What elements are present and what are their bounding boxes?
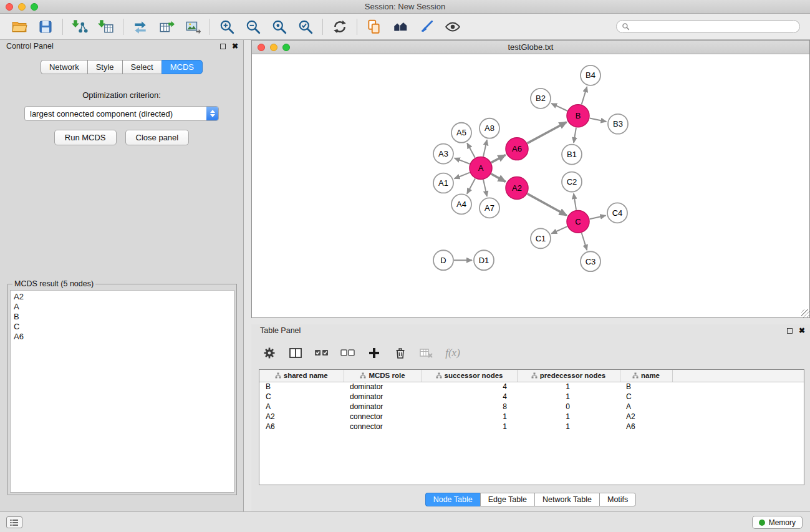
node-C4[interactable]: C4 [607,203,627,223]
select-all-icon[interactable] [314,345,330,361]
table-row[interactable]: Bdominator41B [259,382,672,392]
network-graph[interactable]: B4B2BB3A5A8A6A3B1AC2A1A2A4A7C4CC1DD1C3 [252,55,809,317]
node-A8[interactable]: A8 [480,118,499,138]
network-canvas[interactable]: B4B2BB3A5A8A6A3B1AC2A1A2A4A7C4CC1DD1C3 [252,55,809,317]
edge-A-A4[interactable] [467,178,475,193]
node-C3[interactable]: C3 [581,251,600,271]
edge-C-C4[interactable] [590,216,606,220]
home-icon[interactable] [387,17,413,37]
delete-column-icon[interactable] [392,345,408,361]
network-zoom-button[interactable] [282,44,290,51]
node-A7[interactable]: A7 [480,198,499,218]
edge-B-B4[interactable] [582,87,587,105]
export-table-icon[interactable] [153,17,180,37]
result-item[interactable]: C [14,322,231,332]
table-row[interactable]: Adominator80A [259,402,672,412]
node-D1[interactable]: D1 [474,250,494,270]
criterion-select[interactable]: largest connected component (directed) [24,106,219,121]
column-header-successor-nodes[interactable]: successor nodes [422,370,517,382]
edge-C-C1[interactable] [551,226,567,233]
node-A2[interactable]: A2 [506,177,528,200]
result-item[interactable]: A2 [14,292,231,302]
edge-A-A5[interactable] [467,143,475,158]
edge-A-A7[interactable] [483,180,487,196]
panels-menu-button[interactable] [6,516,22,528]
edge-B-B1[interactable] [574,127,576,142]
tab-network-table[interactable]: Network Table [534,493,599,506]
tab-node-table[interactable]: Node Table [425,493,480,506]
node-A[interactable]: A [470,157,492,180]
network-close-button[interactable] [258,44,265,51]
run-mcds-button[interactable]: Run MCDS [54,130,117,145]
edge-B-B2[interactable] [551,104,567,111]
zoom-selected-icon[interactable] [292,17,319,37]
node-A6[interactable]: A6 [506,138,528,160]
resize-grip[interactable] [801,309,809,317]
node-C2[interactable]: C2 [562,172,582,192]
node-D[interactable]: D [433,250,453,270]
column-header-shared-name[interactable]: shared name [259,370,344,382]
edge-A-A1[interactable] [455,173,470,179]
node-B1[interactable]: B1 [562,145,582,165]
edge-A2-C[interactable] [528,194,567,216]
close-panel-icon[interactable]: ✖ [232,43,238,49]
node-B3[interactable]: B3 [608,114,628,134]
result-item[interactable]: A6 [14,332,231,342]
delete-table-icon[interactable] [418,345,435,361]
open-file-icon[interactable] [6,17,32,37]
tab-edge-table[interactable]: Edge Table [480,493,534,506]
table-row[interactable]: A2connector11A2 [259,412,672,422]
float-table-panel-icon[interactable] [787,328,793,334]
import-table-icon[interactable] [93,17,119,37]
import-network-icon[interactable] [67,17,93,37]
column-header-predecessor-nodes[interactable]: predecessor nodes [517,370,620,382]
float-panel-icon[interactable] [220,44,226,49]
edge-A-A6[interactable] [491,155,506,163]
node-A1[interactable]: A1 [433,173,453,193]
node-A5[interactable]: A5 [451,123,471,143]
columns-icon[interactable] [287,345,304,361]
node-A3[interactable]: A3 [433,144,453,164]
eye-icon[interactable] [440,17,466,37]
search-input[interactable] [630,22,794,32]
add-column-icon[interactable] [366,345,382,361]
network-minimize-button[interactable] [270,44,277,51]
function-builder-icon[interactable]: f(x) [445,345,461,361]
close-window-button[interactable] [6,3,13,11]
close-table-panel-icon[interactable]: ✖ [799,327,805,334]
node-C[interactable]: C [567,210,589,233]
node-B[interactable]: B [567,105,589,127]
result-item[interactable]: A [14,302,231,312]
tab-network[interactable]: Network [41,60,87,74]
zoom-window-button[interactable] [31,3,38,11]
refresh-icon[interactable] [327,17,353,37]
close-panel-button[interactable]: Close panel [125,130,190,145]
node-A4[interactable]: A4 [451,194,471,214]
tab-mcds[interactable]: MCDS [162,60,203,74]
edge-A-A3[interactable] [455,158,470,163]
edge-C-C3[interactable] [582,233,587,250]
save-session-icon[interactable] [32,17,59,37]
table-row[interactable]: A6connector11A6 [259,422,672,432]
zoom-out-icon[interactable] [240,17,266,37]
memory-button[interactable]: Memory [752,516,803,529]
first-neighbors-icon[interactable] [361,17,387,37]
zoom-in-icon[interactable] [214,17,240,37]
export-image-icon[interactable] [180,17,206,37]
deselect-all-icon[interactable] [340,345,356,361]
minimize-window-button[interactable] [18,3,26,11]
edge-A-A8[interactable] [483,140,487,157]
node-C1[interactable]: C1 [531,228,551,248]
zoom-fit-icon[interactable] [266,17,292,37]
tab-motifs[interactable]: Motifs [599,493,636,506]
node-B4[interactable]: B4 [581,65,600,85]
gear-icon[interactable] [261,345,277,361]
table-row[interactable]: Cdominator41C [259,392,672,402]
edge-B-B3[interactable] [590,118,607,122]
export-network-icon[interactable] [127,17,153,37]
tab-select[interactable]: Select [122,60,162,74]
edge-C-C2[interactable] [574,193,576,210]
column-header-MCDS-role[interactable]: MCDS role [344,370,422,382]
edge-A6-B[interactable] [528,122,567,143]
result-item[interactable]: B [14,312,231,322]
